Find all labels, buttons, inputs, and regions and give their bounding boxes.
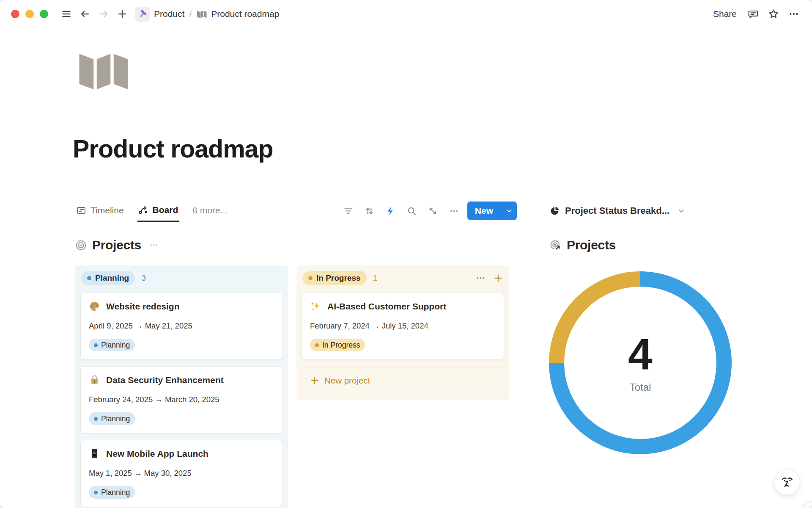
workspace-icon-chip[interactable] <box>135 7 150 22</box>
project-card[interactable]: Data Security Enhancement February 24, 2… <box>80 366 283 433</box>
expand-button[interactable] <box>428 206 438 216</box>
project-card[interactable]: AI-Based Customer Support February 7, 20… <box>302 293 504 360</box>
comment-icon <box>748 8 759 19</box>
tab-label: Timeline <box>91 205 124 215</box>
filter-button[interactable] <box>343 206 353 216</box>
board-pane: Timeline Board 6 more... <box>75 199 517 508</box>
chevron-down-icon[interactable] <box>677 207 686 215</box>
column-more-button[interactable] <box>475 273 486 283</box>
favorite-button[interactable] <box>766 7 781 21</box>
page-title[interactable]: Product roadmap <box>73 135 273 163</box>
new-project-button[interactable]: New project <box>302 367 504 394</box>
tab-label: 6 more... <box>192 205 228 215</box>
tab-timeline[interactable]: Timeline <box>75 199 125 222</box>
minimize-window-button[interactable] <box>25 10 34 18</box>
breadcrumb-page[interactable]: Product roadmap <box>211 9 279 19</box>
status-dot <box>87 276 91 280</box>
filter-icon <box>343 206 353 216</box>
project-card[interactable]: New Mobile App Launch May 1, 2025 → May … <box>80 440 283 507</box>
map-icon <box>196 8 207 19</box>
donut-total-value: 4 <box>628 332 653 376</box>
donut-ring: 4 Total <box>549 271 732 454</box>
corner-floating-button[interactable] <box>802 501 812 508</box>
column-actions <box>475 273 503 283</box>
card-title: Data Security Enhancement <box>106 375 224 385</box>
hammer-icon <box>138 9 148 19</box>
notion-window: Product / Product roadmap Share Product … <box>0 0 812 508</box>
tab-board[interactable]: Board <box>137 199 179 222</box>
new-button[interactable]: New <box>467 202 501 220</box>
column-in-progress: In Progress 1 AI-Based Customer Support … <box>296 265 509 400</box>
section-more-button[interactable] <box>149 240 159 250</box>
card-title: Website redesign <box>106 301 180 312</box>
pie-chart-icon <box>550 206 560 216</box>
search-icon <box>407 206 417 216</box>
more-icon <box>788 8 799 19</box>
target-link-icon <box>550 240 561 251</box>
card-status-tag: Planning <box>89 412 135 425</box>
new-button-dropdown[interactable] <box>501 202 517 220</box>
column-add-button[interactable] <box>493 273 503 283</box>
chart-section-title[interactable]: Projects <box>567 238 616 252</box>
card-title: New Mobile App Launch <box>106 449 208 459</box>
sparkles-emoji <box>310 301 321 312</box>
view-more-button[interactable] <box>449 206 459 216</box>
plus-icon <box>117 9 127 19</box>
status-label: In Progress <box>316 273 361 283</box>
donut-chart: 4 Total <box>549 271 732 454</box>
status-pill-in-progress[interactable]: In Progress <box>302 271 367 285</box>
palette-emoji <box>89 301 100 312</box>
widget-title-group[interactable]: Project Status Breakd... <box>550 205 686 216</box>
widget-title: Project Status Breakd... <box>565 205 669 216</box>
automations-button[interactable] <box>386 206 395 216</box>
card-dates: February 24, 2025 → March 20, 2025 <box>89 395 274 404</box>
board-section-title[interactable]: Projects <box>92 238 141 252</box>
board-section-header: Projects <box>75 234 517 256</box>
board-columns: Planning 3 Website redesign April 9, 202… <box>75 265 517 508</box>
status-label: Planning <box>95 273 129 283</box>
donut-total-label: Total <box>630 381 651 393</box>
project-card[interactable]: Website redesign April 9, 2025 → May 21,… <box>80 293 283 360</box>
new-project-label: New project <box>324 375 370 386</box>
card-status-tag: In Progress <box>310 339 365 351</box>
topbar-actions: Share <box>710 7 801 21</box>
sort-button[interactable] <box>365 206 374 216</box>
views-bar: Timeline Board 6 more... <box>75 199 517 223</box>
breadcrumb-separator: / <box>188 9 192 19</box>
back-button[interactable] <box>78 7 92 21</box>
comments-button[interactable] <box>746 7 760 21</box>
card-title: AI-Based Customer Support <box>327 301 446 312</box>
new-tab-button[interactable] <box>115 7 129 21</box>
traffic-lights <box>11 10 48 18</box>
sidebar-toggle-button[interactable] <box>59 7 74 21</box>
page-more-button[interactable] <box>787 7 801 21</box>
column-header: Planning 3 <box>80 270 283 286</box>
target-icon <box>75 240 87 251</box>
back-arrow-icon <box>80 9 90 19</box>
sort-icon <box>365 206 374 216</box>
tab-more-views[interactable]: 6 more... <box>192 199 228 222</box>
card-dates: April 9, 2025 → May 21, 2025 <box>89 321 274 331</box>
status-dot <box>308 276 313 280</box>
page-icon-map[interactable] <box>77 49 130 89</box>
close-window-button[interactable] <box>11 10 19 18</box>
card-dates: February 7, 2024 → July 15, 2024 <box>310 321 496 331</box>
share-button[interactable]: Share <box>710 7 740 21</box>
breadcrumb-workspace[interactable]: Product <box>154 9 184 19</box>
board-icon <box>138 205 148 215</box>
breadcrumb: Product / Product roadmap <box>135 7 279 22</box>
search-button[interactable] <box>407 206 417 216</box>
notion-ai-button[interactable] <box>774 469 800 495</box>
column-planning: Planning 3 Website redesign April 9, 202… <box>75 265 288 508</box>
column-header: In Progress 1 <box>302 270 504 286</box>
status-pill-planning[interactable]: Planning <box>81 271 135 285</box>
plus-icon <box>310 376 319 385</box>
top-bar: Product / Product roadmap Share <box>0 0 812 28</box>
forward-button[interactable] <box>96 7 111 21</box>
map-icon <box>77 49 130 89</box>
donut-center: 4 Total <box>564 287 716 439</box>
chart-widget-pane: Project Status Breakd... Projects 4 Tota… <box>550 199 753 454</box>
star-icon <box>768 8 779 19</box>
zoom-window-button[interactable] <box>40 10 48 18</box>
card-dates: May 1, 2025 → May 30, 2025 <box>89 469 274 478</box>
